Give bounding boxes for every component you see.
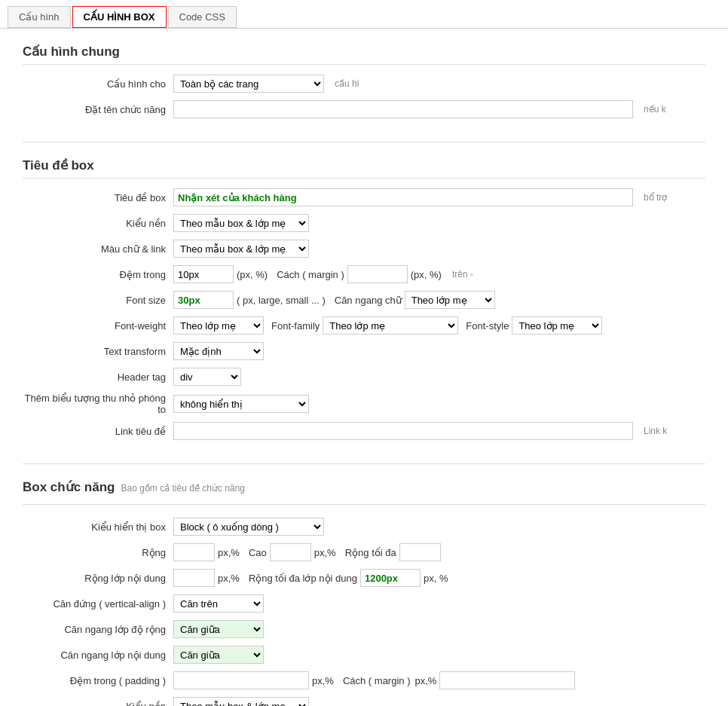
note-tieu-de: bổ trợ (644, 192, 667, 203)
label-font-size-tieu-de: Font size (23, 295, 173, 306)
area-can-ngang-do-rong: Căn giữa Căn trái Căn phải (173, 620, 705, 638)
row-font-size-tieu-de: Font size ( px, large, small ... ) Căn n… (23, 290, 705, 310)
area-kieu-hien-thi: Block ( ô xuống dòng ) Inline-block Flex (173, 518, 705, 536)
unit-dem-trong: (px, %) (237, 269, 268, 280)
section-general-title: Cấu hình chung (23, 44, 705, 65)
unit-margin2: px,% (414, 675, 436, 686)
input-rong[interactable] (173, 543, 215, 561)
label-cach-margin: Cách ( margin ) (277, 269, 344, 280)
row-kieu-nen: Kiểu nền Theo mẫu box & lớp mẹ (23, 213, 705, 233)
row-header-tag: Header tag div h1 h2 h3 (23, 367, 705, 387)
select-kieu-hien-thi[interactable]: Block ( ô xuống dòng ) Inline-block Flex (173, 518, 324, 536)
section-general: Cấu hình chung Cấu hình cho Toàn bộ các … (23, 44, 705, 119)
input-tieu-de[interactable] (173, 188, 633, 206)
input-rong-toi-da[interactable] (399, 543, 441, 561)
section-tieu-de-box: Tiêu đề box Tiêu đề box bổ trợ Kiểu nền … (23, 157, 705, 441)
label-dem-trong: Đệm trong (23, 269, 173, 280)
area-mau-chu: Theo mẫu box & lớp mẹ (173, 240, 705, 258)
row-can-ngang-noi-dung: Căn ngang lớp nội dung Căn giữa Căn trái… (23, 645, 705, 665)
select-font-weight-tieu-de[interactable]: Theo lớp mẹ Normal Bold (173, 316, 264, 335)
select-bieu-tuong[interactable]: không hiển thị Hiển thị (173, 395, 309, 413)
input-margin2[interactable] (439, 671, 575, 689)
unit-padding: px,% (312, 675, 334, 686)
area-can-dung: Căn trên Căn giữa Căn dưới (173, 594, 705, 613)
select-kieu-nen[interactable]: Theo mẫu box & lớp mẹ (173, 214, 309, 232)
unit-rong: px,% (218, 547, 240, 558)
tab-cau-hinh[interactable]: Cấu hình (8, 6, 71, 28)
label-link-tieu-de: Link tiêu đề (23, 426, 173, 437)
note-dem-trong: trên - (452, 269, 473, 280)
select-cau-hinh-cho[interactable]: Toàn bộ các trang Trang chủ Trang danh m… (173, 75, 324, 93)
unit-cao: px,% (314, 547, 336, 558)
input-rong-toi-da-lop[interactable] (360, 569, 421, 587)
area-font-weight-tieu-de: Theo lớp mẹ Normal Bold Font-family Theo… (173, 316, 705, 335)
label-header-tag: Header tag (23, 371, 173, 383)
input-font-size-tieu-de[interactable] (173, 291, 234, 309)
select-font-style[interactable]: Theo lớp mẹ Normal Italic (512, 316, 602, 335)
row-cau-hinh-cho: Cấu hình cho Toàn bộ các trang Trang chủ… (23, 74, 705, 93)
area-cau-hinh-cho: Toàn bộ các trang Trang chủ Trang danh m… (173, 75, 705, 93)
unit-margin: (px, %) (411, 269, 442, 280)
label-mau-chu: Màu chữ & link (23, 243, 173, 255)
label-rong-toi-da-lop: Rộng tối đa lớp nội dung (249, 573, 357, 584)
area-tieu-de: bổ trợ (173, 188, 705, 206)
select-text-transform[interactable]: Mặc định Uppercase Lowercase Capitalize (173, 342, 264, 360)
select-can-ngang-noi-dung[interactable]: Căn giữa Căn trái Căn phải (173, 646, 264, 664)
unit-rong-lop: px,% (218, 573, 240, 584)
main-content: Cấu hình chung Cấu hình cho Toàn bộ các … (0, 29, 728, 706)
tab-cau-hinh-box[interactable]: CẤU HÌNH BOX (72, 6, 167, 28)
row-dem-trong: Đệm trong (px, %) Cách ( margin ) (px, %… (23, 264, 705, 284)
section-box-title: Box chức năng (23, 479, 115, 500)
label-rong-toi-da: Rộng tối đa (345, 547, 396, 558)
input-padding[interactable] (173, 671, 309, 689)
label-font-style: Font-style (466, 320, 509, 332)
area-dem-trong-padding: px,% Cách ( margin ) px,% (173, 671, 705, 689)
label-kieu-nen: Kiểu nền (23, 218, 173, 229)
tab-code-css[interactable]: Code CSS (168, 6, 237, 28)
area-kieu-nen: Theo mẫu box & lớp mẹ (173, 214, 705, 232)
row-link-tieu-de: Link tiêu đề Link k (23, 421, 705, 441)
area-rong-lop-noi-dung: px,% Rộng tối đa lớp nội dung px, % (173, 569, 705, 587)
row-font-weight-tieu-de: Font-weight Theo lớp mẹ Normal Bold Font… (23, 316, 705, 335)
row-dat-ten: Đặt tên chức năng nếu k (23, 99, 705, 119)
label-rong: Rộng (23, 547, 173, 558)
row-dem-trong-padding: Đệm trong ( padding ) px,% Cách ( margin… (23, 671, 705, 690)
input-rong-lop[interactable] (173, 569, 215, 587)
section-box-chuc-nang: Box chức năng Bao gồm cả tiêu đề chức nă… (23, 479, 705, 706)
select-font-family[interactable]: Theo lớp mẹ Arial (323, 316, 458, 335)
note-dat-ten: nếu k (644, 104, 666, 115)
section-box-header: Box chức năng Bao gồm cả tiêu đề chức nă… (23, 479, 705, 505)
label-bieu-tuong: Thêm biểu tượng thu nhỏ phóng to (23, 393, 173, 415)
select-can-ngang-do-rong[interactable]: Căn giữa Căn trái Căn phải (173, 620, 264, 638)
area-font-size-tieu-de: ( px, large, small ... ) Căn ngang chữ T… (173, 291, 705, 309)
area-kieu-nen-box: Theo mẫu box & lớp mẹ (173, 697, 705, 706)
input-dem-trong[interactable] (173, 265, 234, 283)
input-dat-ten[interactable] (173, 100, 633, 118)
label-font-weight-tieu-de: Font-weight (23, 320, 173, 332)
label-text-transform: Text transform (23, 346, 173, 357)
label-can-ngang-chu: Căn ngang chữ (335, 295, 402, 306)
select-header-tag[interactable]: div h1 h2 h3 (173, 368, 241, 386)
area-bieu-tuong: không hiển thị Hiển thị (173, 395, 705, 413)
label-kieu-hien-thi: Kiểu hiển thị box (23, 521, 173, 533)
input-margin[interactable] (347, 265, 408, 283)
input-cao[interactable] (270, 543, 311, 561)
row-tieu-de: Tiêu đề box bổ trợ (23, 188, 705, 207)
select-can-ngang-chu[interactable]: Theo lớp mẹ Trái Giữa Phải (405, 291, 495, 309)
unit-rong-toi-da-lop: px, % (424, 573, 448, 584)
section-tieu-de-title: Tiêu đề box (23, 157, 705, 179)
row-can-ngang-do-rong: Căn ngang lớp độ rộng Căn giữa Căn trái … (23, 619, 705, 639)
area-header-tag: div h1 h2 h3 (173, 368, 705, 386)
select-kieu-nen-box[interactable]: Theo mẫu box & lớp mẹ (173, 697, 309, 706)
area-dem-trong: (px, %) Cách ( margin ) (px, %) trên - (173, 265, 705, 283)
row-mau-chu: Màu chữ & link Theo mẫu box & lớp mẹ (23, 239, 705, 258)
label-can-ngang-noi-dung: Căn ngang lớp nội dung (23, 649, 173, 661)
row-rong-lop-noi-dung: Rộng lớp nội dung px,% Rộng tối đa lớp n… (23, 568, 705, 588)
select-can-dung[interactable]: Căn trên Căn giữa Căn dưới (173, 594, 264, 613)
label-font-family: Font-family (271, 320, 320, 332)
input-link-tieu-de[interactable] (173, 422, 633, 440)
area-can-ngang-noi-dung: Căn giữa Căn trái Căn phải (173, 646, 705, 664)
select-mau-chu[interactable]: Theo mẫu box & lớp mẹ (173, 240, 309, 258)
label-tieu-de: Tiêu đề box (23, 192, 173, 203)
row-can-dung: Căn đứng ( vertical-align ) Căn trên Căn… (23, 594, 705, 613)
